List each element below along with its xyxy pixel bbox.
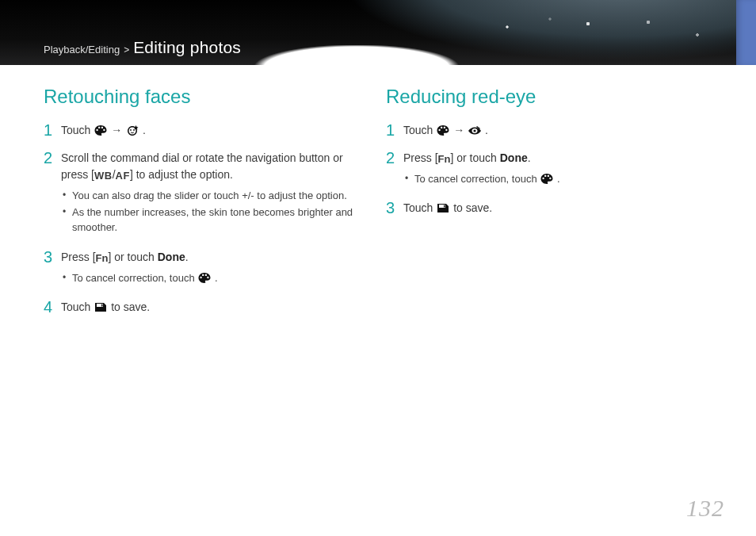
step-3: 3 Touch to save. xyxy=(386,200,712,216)
palette-icon xyxy=(436,124,450,136)
breadcrumb-title: Editing photos xyxy=(133,38,241,57)
note: To cancel correction, touch . xyxy=(61,271,218,286)
text: ] to adjust the option. xyxy=(130,168,233,181)
svg-point-1 xyxy=(133,129,135,131)
text: . xyxy=(485,124,488,136)
palette-icon xyxy=(197,272,212,284)
page-number: 132 xyxy=(686,495,724,522)
save-icon xyxy=(94,301,108,313)
text: to save. xyxy=(453,201,492,214)
text: Touch xyxy=(403,201,436,214)
text: ] or touch xyxy=(450,151,499,164)
step-3: 3 Press [Fn] or touch Done. To cancel co… xyxy=(44,249,370,288)
af-button: AF xyxy=(116,168,130,184)
red-eye-icon xyxy=(468,124,482,136)
svg-point-2 xyxy=(473,129,475,132)
step-number: 1 xyxy=(44,122,61,139)
step-number: 4 xyxy=(44,299,61,316)
step-number: 3 xyxy=(44,249,61,288)
text: To cancel correction, touch xyxy=(72,272,197,284)
done-label: Done xyxy=(500,151,528,164)
step-text: Touch to save. xyxy=(403,200,492,216)
text: ] or touch xyxy=(108,251,157,263)
note: You can also drag the slider or touch +/… xyxy=(61,189,370,204)
text: . xyxy=(143,124,146,136)
step-notes: You can also drag the slider or touch +/… xyxy=(61,189,370,236)
step-2: 2 Press [Fn] or touch Done. To cancel co… xyxy=(386,150,712,189)
section-tab xyxy=(736,0,756,65)
breadcrumb-parent: Playback/Editing xyxy=(44,44,120,56)
section-retouching-faces: Retouching faces 1 Touch → . 2 Scroll th… xyxy=(44,86,370,327)
step-1: 1 Touch → . xyxy=(44,122,370,139)
face-retouch-icon xyxy=(125,124,139,136)
svg-point-0 xyxy=(130,129,132,131)
section-title: Reducing red-eye xyxy=(386,86,712,108)
text: To cancel correction, touch xyxy=(414,173,540,185)
page-content: Retouching faces 1 Touch → . 2 Scroll th… xyxy=(0,65,756,327)
step-text: Scroll the command dial or rotate the na… xyxy=(61,150,370,238)
text: . xyxy=(215,272,218,284)
step-notes: To cancel correction, touch . xyxy=(61,271,218,286)
text: . xyxy=(557,173,560,185)
save-icon xyxy=(436,202,450,214)
palette-icon xyxy=(540,173,554,185)
text: Touch xyxy=(61,124,94,136)
section-reducing-red-eye: Reducing red-eye 1 Touch → . 2 Press [Fn… xyxy=(386,86,712,327)
note: As the number increases, the skin tone b… xyxy=(61,205,370,235)
step-text: Press [Fn] or touch Done. To cancel corr… xyxy=(61,249,218,288)
step-1: 1 Touch → . xyxy=(386,122,712,139)
text: Touch xyxy=(403,124,436,136)
step-number: 1 xyxy=(386,122,403,139)
step-2: 2 Scroll the command dial or rotate the … xyxy=(44,150,370,238)
done-label: Done xyxy=(158,251,185,263)
note: To cancel correction, touch . xyxy=(403,172,560,187)
page-header: Playback/Editing > Editing photos xyxy=(0,0,756,65)
section-title: Retouching faces xyxy=(44,86,370,108)
text: to save. xyxy=(111,301,150,313)
arrow: → xyxy=(453,124,468,136)
wb-button: WB xyxy=(94,168,113,184)
text: Press [ xyxy=(61,251,96,263)
step-4: 4 Touch to save. xyxy=(44,299,370,316)
palette-icon xyxy=(94,124,108,136)
text: . xyxy=(528,151,531,164)
step-text: Touch to save. xyxy=(61,299,150,316)
step-number: 2 xyxy=(44,150,61,238)
breadcrumb: Playback/Editing > Editing photos xyxy=(44,38,241,57)
text: Touch xyxy=(61,301,94,313)
step-text: Touch → . xyxy=(61,122,146,139)
fn-button: Fn xyxy=(438,151,451,167)
breadcrumb-sep: > xyxy=(124,44,129,56)
step-notes: To cancel correction, touch . xyxy=(403,172,560,187)
step-number: 3 xyxy=(386,200,403,216)
step-text: Touch → . xyxy=(403,122,488,139)
fn-button: Fn xyxy=(96,251,109,266)
text: . xyxy=(185,251,189,263)
arrow: → xyxy=(111,124,125,136)
step-text: Press [Fn] or touch Done. To cancel corr… xyxy=(403,150,560,189)
step-number: 2 xyxy=(386,150,403,189)
text: Press [ xyxy=(403,151,438,164)
